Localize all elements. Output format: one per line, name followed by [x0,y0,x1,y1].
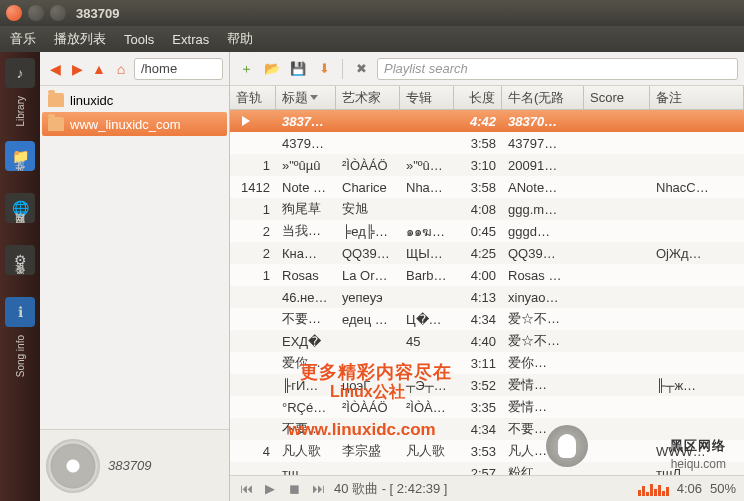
nav-home-icon[interactable]: ⌂ [112,60,130,78]
nav-forward-icon[interactable]: ▶ [68,60,86,78]
col-artist[interactable]: 艺术家 [336,86,400,109]
track-row[interactable]: EXД�454:40爱☆不… [230,330,744,352]
col-score[interactable]: Score [584,86,650,109]
track-row[interactable]: 不要…едец …Ц�…4:34爱☆不… [230,308,744,330]
col-album[interactable]: 专辑 [400,86,454,109]
folder-item[interactable]: linuxidc [42,88,227,112]
file-browser-pane: ◀ ▶ ▲ ⌂ /home linuxidc www_linuxidc_com … [40,52,230,501]
status-time: 4:06 [677,481,702,496]
window-close-icon[interactable] [6,5,22,21]
download-icon[interactable]: ⬇ [314,59,334,79]
folder-tree: linuxidc www_linuxidc_com [40,86,229,429]
menu-music[interactable]: 音乐 [10,30,36,48]
track-row[interactable]: °RÇé…²ÌÒÀÁÖ²ÌÒÀ…3:35爱情… [230,396,744,418]
new-playlist-icon[interactable]: ＋ [236,59,256,79]
prev-icon[interactable]: ⏮ [238,481,254,497]
playing-indicator-icon [242,116,250,126]
launcher-library-icon[interactable]: ♪ [5,58,35,88]
folder-icon [48,93,64,107]
column-headers: 音轨 标题 艺术家 专辑 长度 牛名(无路 Score 备注 [230,86,744,110]
track-row[interactable]: ╟гИ…цоэГ┬Э┬…3:52爱情…╟┬ж… [230,374,744,396]
col-title[interactable]: 标题 [276,86,336,109]
menu-playlist[interactable]: 播放列表 [54,30,106,48]
folder-icon [48,117,64,131]
menu-tools[interactable]: Tools [124,32,154,47]
track-row[interactable]: 46.не…уепеуэ4:13xinyao… [230,286,744,308]
track-row[interactable]: 1412Note …ChariceNhac…3:58ANote…NhacC… [230,176,744,198]
open-icon[interactable]: 📂 [262,59,282,79]
status-count: 40 歌曲 - [ 2:42:39 ] [334,480,447,498]
track-row[interactable]: 1»"ºûµû²ÌÒÀÁÖ»"ºûµ…3:1020091… [230,154,744,176]
playlist-pane: ＋ 📂 💾 ⬇ ✖ Playlist search 音轨 标题 艺术家 专辑 长… [230,52,744,501]
launcher: ♪ Library 📁 文件 🌐 互联网 ⚙ 设备 ℹ Song info [0,52,40,501]
album-art-icon [46,439,100,493]
now-playing-title: 383709 [108,458,151,473]
play-icon[interactable]: ▶ [262,481,278,497]
window-maximize-icon[interactable] [50,5,66,21]
launcher-songinfo-label: Song info [15,335,26,377]
folder-name: linuxidc [70,93,113,108]
track-row[interactable]: 4凡人歌李宗盛凡人歌3:53凡人…WWW… [230,440,744,462]
next-icon[interactable]: ⏭ [310,481,326,497]
window-minimize-icon[interactable] [28,5,44,21]
track-list: 3837…4:4238370…4379…3:5843797…1»"ºûµû²ÌÒ… [230,110,744,475]
menu-help[interactable]: 帮助 [227,30,253,48]
path-input[interactable]: /home [134,58,223,80]
col-note[interactable]: 备注 [650,86,744,109]
file-navbar: ◀ ▶ ▲ ⌂ /home [40,52,229,86]
col-track[interactable]: 音轨 [230,86,276,109]
launcher-files-icon[interactable]: 📁 [5,141,35,171]
equalizer-icon [638,482,669,496]
track-row[interactable]: тш…2:57粉红…тшЛ… [230,462,744,475]
nav-back-icon[interactable]: ◀ [46,60,64,78]
menubar: 音乐 播放列表 Tools Extras 帮助 [0,26,744,52]
col-length[interactable]: 长度 [454,86,502,109]
now-playing: 383709 [40,429,229,501]
separator [342,59,343,79]
window-title: 383709 [76,6,119,21]
sort-desc-icon [310,95,318,100]
track-row[interactable]: 2当我…╞ед╠…๑๑ฆ…0:45gggd… [230,220,744,242]
launcher-library-label: Library [15,96,26,127]
save-icon[interactable]: 💾 [288,59,308,79]
track-row[interactable]: 3837…4:4238370… [230,110,744,132]
launcher-devices-icon[interactable]: ⚙ [5,245,35,275]
col-filename[interactable]: 牛名(无路 [502,86,584,109]
track-row[interactable]: 4379…3:5843797… [230,132,744,154]
track-row[interactable]: 2Кна…QQ39…ЩЫ…4:25QQ39…ОјЖд… [230,242,744,264]
track-row[interactable]: 1RosasLa Or…Barbi…4:00Rosas … [230,264,744,286]
status-pct: 50% [710,481,736,496]
nav-up-icon[interactable]: ▲ [90,60,108,78]
titlebar: 383709 [0,0,744,26]
track-row[interactable]: 不要…4:34不要… [230,418,744,440]
launcher-songinfo-icon[interactable]: ℹ [5,297,35,327]
folder-name: www_linuxidc_com [70,117,181,132]
folder-item[interactable]: www_linuxidc_com [42,112,227,136]
clear-icon[interactable]: ✖ [351,59,371,79]
stop-icon[interactable]: ◼ [286,481,302,497]
track-row[interactable]: 1狗尾草安旭4:08ggg.m… [230,198,744,220]
playlist-search-input[interactable]: Playlist search [377,58,738,80]
menu-extras[interactable]: Extras [172,32,209,47]
launcher-internet-icon[interactable]: 🌐 [5,193,35,223]
playlist-toolbar: ＋ 📂 💾 ⬇ ✖ Playlist search [230,52,744,86]
track-row[interactable]: 爱你…3:11爱你… [230,352,744,374]
status-bar: ⏮ ▶ ◼ ⏭ 40 歌曲 - [ 2:42:39 ] 4:06 50% [230,475,744,501]
